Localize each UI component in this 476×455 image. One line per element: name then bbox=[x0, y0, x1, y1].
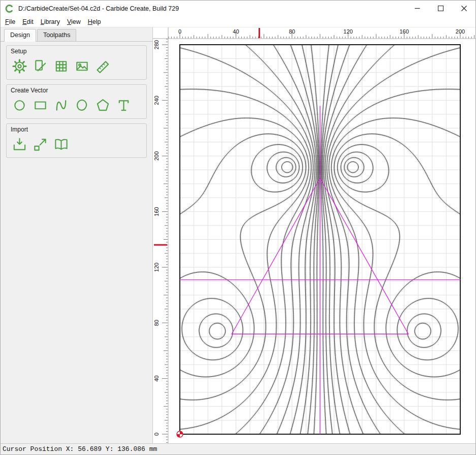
svg-text:160: 160 bbox=[399, 28, 408, 35]
tabbar: Design Toolpaths bbox=[1, 27, 152, 42]
minimize-button[interactable] bbox=[405, 1, 429, 16]
svg-text:40: 40 bbox=[153, 375, 160, 381]
polygon-icon[interactable] bbox=[94, 96, 111, 114]
text-icon[interactable] bbox=[115, 96, 132, 114]
rectangle-icon[interactable] bbox=[31, 96, 49, 114]
window-controls bbox=[405, 1, 475, 16]
group-title: Import bbox=[11, 126, 142, 133]
group-setup: Setup bbox=[6, 45, 147, 80]
measure-icon[interactable] bbox=[94, 57, 111, 75]
edit-page-icon[interactable] bbox=[31, 57, 49, 75]
svg-text:80: 80 bbox=[153, 320, 160, 326]
canvas-area: 0408012016020004080120160200240280 bbox=[153, 27, 475, 443]
group-title: Setup bbox=[11, 48, 142, 55]
curve-icon[interactable] bbox=[52, 96, 70, 114]
svg-text:80: 80 bbox=[289, 28, 295, 35]
svg-text:200: 200 bbox=[456, 28, 465, 35]
svg-text:120: 120 bbox=[343, 28, 353, 35]
app-window: D:/CarbideCreate/Set-04.c2d - Carbide Cr… bbox=[0, 0, 476, 455]
svg-text:120: 120 bbox=[153, 263, 160, 272]
titlebar: D:/CarbideCreate/Set-04.c2d - Carbide Cr… bbox=[1, 1, 475, 16]
maximize-button[interactable] bbox=[429, 1, 452, 16]
import-tray-icon[interactable] bbox=[11, 136, 28, 153]
design-canvas[interactable]: 0408012016020004080120160200240280 bbox=[153, 27, 475, 443]
menu-help[interactable]: Help bbox=[84, 17, 105, 26]
image-icon[interactable] bbox=[73, 57, 90, 75]
menu-library[interactable]: Library bbox=[37, 17, 64, 26]
toolbox: SetupCreate VectorImport bbox=[1, 42, 152, 166]
svg-text:0: 0 bbox=[153, 433, 160, 436]
menubar: FileEditLibraryViewHelp bbox=[1, 16, 475, 27]
origin-marker[interactable] bbox=[177, 431, 183, 437]
tab-toolpaths[interactable]: Toolpaths bbox=[37, 29, 77, 41]
menu-edit[interactable]: Edit bbox=[19, 17, 37, 26]
close-button[interactable] bbox=[452, 1, 475, 16]
cursor-y-indicator bbox=[154, 244, 167, 246]
status-bar: Cursor Position X: 56.689 Y: 136.086 mm bbox=[1, 443, 475, 454]
menu-view[interactable]: View bbox=[64, 17, 84, 26]
cursor-position: Cursor Position X: 56.689 Y: 136.086 mm bbox=[3, 445, 157, 453]
group-title: Create Vector bbox=[11, 87, 142, 94]
closed-spline-icon[interactable] bbox=[73, 96, 90, 114]
svg-text:200: 200 bbox=[153, 151, 160, 160]
svg-text:40: 40 bbox=[233, 28, 239, 35]
grid-icon[interactable] bbox=[52, 57, 70, 75]
trace-icon[interactable] bbox=[31, 136, 49, 153]
window-title: D:/CarbideCreate/Set-04.c2d - Carbide Cr… bbox=[18, 5, 179, 12]
circle-icon[interactable] bbox=[11, 96, 28, 114]
cursor-x-indicator bbox=[259, 28, 260, 38]
gear-icon[interactable] bbox=[11, 57, 28, 75]
svg-text:160: 160 bbox=[153, 207, 160, 216]
tab-design[interactable]: Design bbox=[4, 29, 36, 42]
left-panel: Design Toolpaths SetupCreate VectorImpor… bbox=[1, 27, 153, 443]
svg-text:240: 240 bbox=[153, 95, 160, 105]
svg-text:280: 280 bbox=[153, 40, 160, 49]
group-import: Import bbox=[6, 123, 147, 158]
svg-text:0: 0 bbox=[178, 28, 181, 35]
group-create-vector: Create Vector bbox=[6, 84, 147, 119]
app-logo-icon bbox=[5, 4, 14, 13]
menu-file[interactable]: File bbox=[2, 17, 19, 26]
library-book-icon[interactable] bbox=[52, 136, 70, 153]
